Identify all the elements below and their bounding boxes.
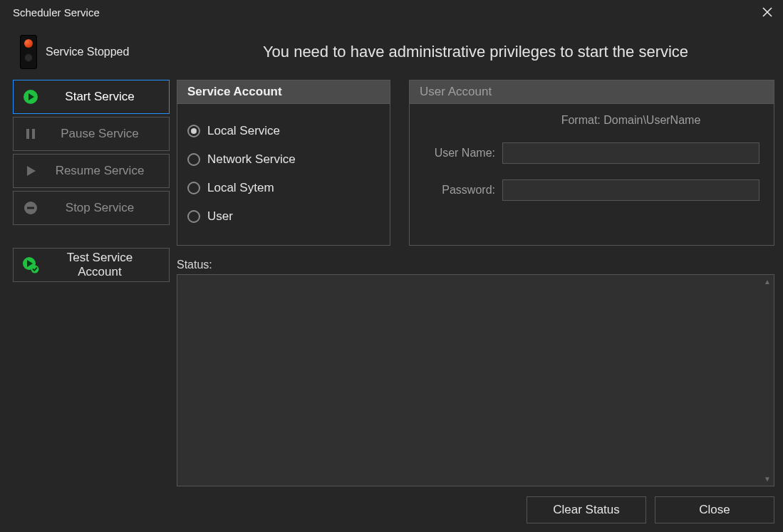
radio-label: Local Service [207,124,280,138]
radio-label: Local Sytem [207,181,274,195]
pause-icon [22,125,39,142]
radio-label: Network Service [207,152,296,167]
close-icon[interactable] [759,4,776,21]
radio-user[interactable]: User [187,202,380,231]
svg-marker-6 [27,166,36,176]
service-state-label: Service Stopped [46,46,129,58]
svg-rect-5 [32,129,35,139]
status-label: Status: [177,259,774,271]
button-label: Clear Status [553,503,620,517]
password-label: Password: [424,184,495,197]
radio-local-service[interactable]: Local Service [187,117,380,145]
radio-local-system[interactable]: Local Sytem [187,174,380,202]
format-hint: Format: Domain\UserName [502,114,759,127]
sidebar: Service Stopped Start Service Pause Serv… [13,24,170,523]
username-label: User Name: [424,147,495,160]
stop-service-button[interactable]: Stop Service [13,191,170,225]
service-account-header: Service Account [177,80,390,104]
test-service-account-button[interactable]: Test Service Account [13,248,170,282]
play-outline-icon [22,162,39,179]
test-icon [22,256,39,273]
titlebar: Scheduler Service [0,0,783,24]
svg-rect-8 [27,207,34,209]
pause-service-button[interactable]: Pause Service [13,117,170,151]
radio-icon [187,182,200,194]
traffic-light-icon [20,35,37,69]
sidebar-item-label: Start Service [49,90,169,104]
main-area: You need to have administrative privileg… [177,24,774,523]
service-account-panel: Service Account Local Service Network Se… [177,80,390,246]
privilege-notice: You need to have administrative privileg… [177,24,774,80]
status-textarea[interactable]: ▲ ▼ [177,274,774,486]
clear-status-button[interactable]: Clear Status [527,496,646,523]
status-text [177,275,774,283]
username-input[interactable] [502,142,759,164]
radio-icon [187,125,200,137]
svg-rect-4 [26,129,29,139]
close-button[interactable]: Close [655,496,774,523]
stop-icon [22,199,39,217]
user-account-panel: User Account Format: Domain\UserName Use… [409,80,774,246]
play-icon [22,88,39,105]
password-input[interactable] [502,179,759,201]
scroll-down-icon[interactable]: ▼ [764,475,771,483]
window-title: Scheduler Service [13,6,100,19]
sidebar-item-label: Pause Service [49,127,169,141]
radio-icon [187,153,200,166]
resume-service-button[interactable]: Resume Service [13,154,170,188]
sidebar-item-label: Test Service Account [49,251,169,279]
radio-label: User [207,209,233,224]
start-service-button[interactable]: Start Service [13,80,170,114]
button-label: Close [699,503,730,517]
user-account-header: User Account [410,80,774,104]
service-state: Service Stopped [13,24,170,80]
radio-network-service[interactable]: Network Service [187,145,380,174]
sidebar-item-label: Resume Service [49,164,169,178]
sidebar-item-label: Stop Service [49,201,169,215]
scroll-up-icon[interactable]: ▲ [764,278,771,286]
radio-icon [187,210,200,223]
